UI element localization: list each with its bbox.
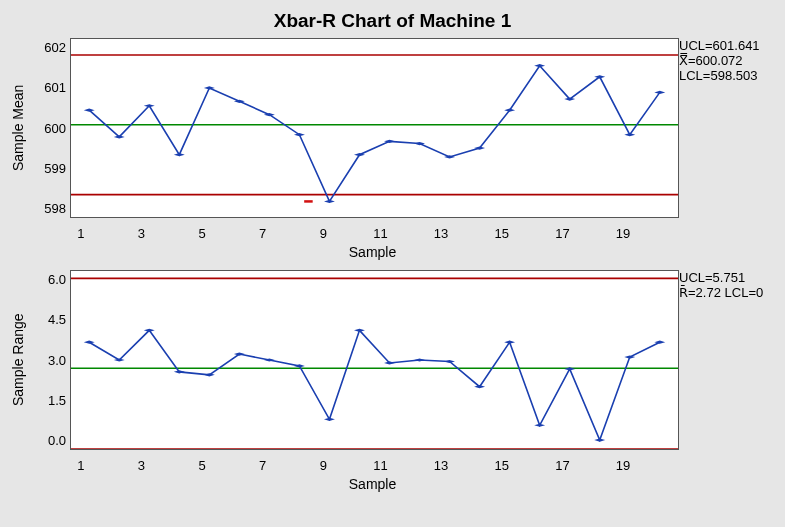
svg-marker-3	[84, 109, 95, 112]
svg-marker-42	[534, 424, 545, 427]
range-plot-area	[70, 270, 679, 450]
xbar-yticks: 602601600599598	[32, 38, 70, 218]
svg-marker-19	[564, 97, 575, 100]
svg-marker-35	[324, 418, 335, 421]
range-cl-label: R̄=2.72	[679, 285, 721, 300]
xbar-plot-area	[70, 38, 679, 218]
xbar-xlabel: Sample	[66, 244, 679, 260]
svg-marker-17	[504, 109, 515, 112]
svg-marker-6	[174, 153, 185, 156]
svg-marker-5	[144, 104, 155, 107]
svg-marker-22	[654, 91, 665, 94]
svg-marker-21	[624, 133, 635, 136]
range-yticks: 6.04.53.01.50.0	[32, 270, 70, 450]
chart-title: Xbar-R Chart of Machine 1	[10, 10, 775, 32]
xbar-r-chart: Xbar-R Chart of Machine 1 Sample Mean 60…	[0, 0, 785, 527]
svg-rect-23	[304, 200, 312, 202]
range-xticks: 135791113151719	[66, 456, 679, 474]
svg-marker-10	[294, 133, 305, 136]
xbar-ylabel: Sample Mean	[10, 38, 28, 218]
xbar-ref-labels: UCL=601.641 X̿=600.072 LCL=598.503	[679, 38, 775, 218]
xbar-lcl-label: LCL=598.503	[679, 68, 757, 83]
range-ref-labels: UCL=5.751 R̄=2.72 LCL=0	[679, 270, 775, 450]
svg-marker-18	[534, 64, 545, 67]
range-lcl-label: LCL=0	[725, 285, 764, 300]
svg-marker-28	[114, 358, 125, 361]
range-ucl-label: UCL=5.751	[679, 270, 745, 285]
svg-marker-41	[504, 341, 515, 344]
svg-marker-36	[354, 329, 365, 332]
xbar-panel: Sample Mean 602601600599598 UCL=601.641 …	[10, 38, 775, 218]
svg-marker-11	[324, 200, 335, 203]
svg-marker-27	[84, 341, 95, 344]
svg-marker-44	[594, 438, 605, 441]
xbar-ucl-label: UCL=601.641	[679, 38, 760, 53]
range-xlabel: Sample	[66, 476, 679, 492]
xbar-cl-label: X̿=600.072	[679, 53, 743, 68]
xbar-xticks: 135791113151719	[66, 224, 679, 242]
svg-marker-4	[114, 135, 125, 138]
svg-marker-20	[594, 75, 605, 78]
range-ylabel: Sample Range	[10, 270, 28, 450]
svg-marker-29	[144, 329, 155, 332]
range-panel: Sample Range 6.04.53.01.50.0 UCL=5.751 R…	[10, 270, 775, 450]
svg-marker-39	[444, 360, 455, 363]
svg-marker-40	[474, 385, 485, 388]
